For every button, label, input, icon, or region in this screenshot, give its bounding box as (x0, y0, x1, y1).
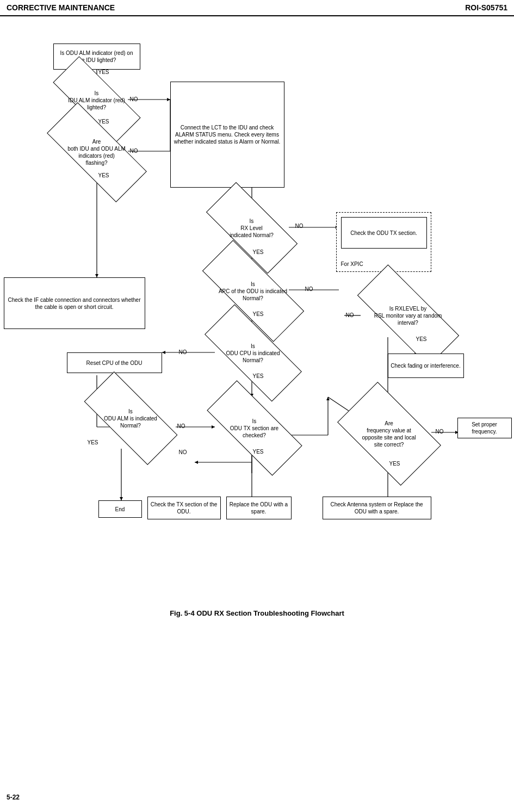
node-9: IsAPC of the ODU is indicatedNormal? (203, 269, 304, 313)
node-17: IsODU TX section arechecked? (208, 407, 301, 449)
node-5: Connect the LCT to the IDU and check ALA… (170, 82, 284, 188)
node-2-text: IsIDU ALM indicator (red)lighted? (66, 88, 127, 113)
label-n14-yes: YES (389, 461, 400, 467)
svg-marker-49 (326, 397, 330, 400)
for-xpic-label: For XPIC (341, 261, 363, 267)
node-13: Reset CPU of the ODU (67, 352, 162, 373)
node-15-text: IsODU ALM is indicatedNormal? (102, 406, 159, 431)
node-17-text: IsODU TX section arechecked? (228, 416, 281, 441)
node-3-text: Areboth IDU and ODU ALMindicators (red)f… (65, 136, 128, 169)
diagram-area: Is ODU ALM indicator (red) on the IDU li… (2, 27, 513, 598)
node-16: Set proper frequency. (457, 418, 512, 438)
label-n10-no: NO (346, 312, 354, 318)
node-9-text: IsAPC of the ODU is indicatedNormal? (216, 278, 289, 304)
node-6: IsRX Levelindicated Normal? (208, 207, 295, 249)
svg-marker-32 (195, 461, 198, 464)
page-header: CORRECTIVE MAINTENANCE ROI-S05751 (0, 0, 514, 16)
label-n6-no: NO (295, 223, 304, 229)
label-n3-no: NO (130, 148, 138, 154)
label-n3-yes: YES (98, 172, 109, 178)
node-12-text: IsODU CPU is indicatedNormal? (224, 340, 282, 366)
node-18: End (98, 500, 142, 518)
node-14: Arefrequency value atopposite site and l… (344, 405, 434, 462)
label-n9-yes: YES (253, 311, 264, 317)
label-n14-no: NO (436, 429, 444, 435)
label-n17-no: NO (179, 449, 187, 455)
node-20: Replace the ODU with a spare. (226, 497, 292, 519)
label-n17-yes: YES (253, 449, 264, 455)
label-n12-yes: YES (253, 373, 264, 379)
label-n12-no: NO (179, 349, 187, 355)
figure-caption: Fig. 5-4 ODU RX Section Troubleshooting … (0, 609, 514, 617)
node-1: Is ODU ALM indicator (red) on the IDU li… (53, 44, 140, 70)
label-n10-yes: YES (416, 336, 427, 342)
label-n6-yes: YES (253, 249, 264, 255)
svg-marker-22 (162, 351, 165, 354)
node-10-text: Is RXLEVEL byRSL monitor vary at randomi… (372, 303, 444, 328)
label-n15-no: NO (177, 423, 185, 429)
label-n15-yes: YES (88, 439, 98, 445)
node-11: Check fading or interference. (388, 354, 464, 378)
node-4: Check the IF cable connection and connec… (4, 277, 145, 329)
label-n2-no: NO (130, 96, 138, 102)
label-n1-yes: YES (98, 69, 109, 75)
node-7: Check the ODU TX section. (341, 217, 427, 249)
node-14-text: Arefrequency value atopposite site and l… (360, 418, 418, 450)
label-n9-no: NO (305, 286, 313, 292)
dashed-box: Check the ODU TX section. For XPIC (336, 212, 431, 272)
label-n2-yes: YES (98, 119, 109, 125)
header-right: ROI-S05751 (465, 3, 507, 12)
node-12: IsODU CPU is indicatedNormal? (206, 332, 301, 374)
node-10: Is RXLEVEL byRSL monitor vary at randomi… (358, 294, 459, 337)
node-21: Check Antenna system or Replace the ODU … (323, 497, 431, 519)
node-15: IsODU ALM is indicatedNormal? (86, 397, 176, 439)
node-19: Check the TX section of the ODU. (147, 497, 221, 519)
header-left: CORRECTIVE MAINTENANCE (7, 3, 115, 12)
node-6-text: IsRX Levelindicated Normal? (227, 215, 276, 241)
page-footer: 5-22 (7, 794, 20, 801)
